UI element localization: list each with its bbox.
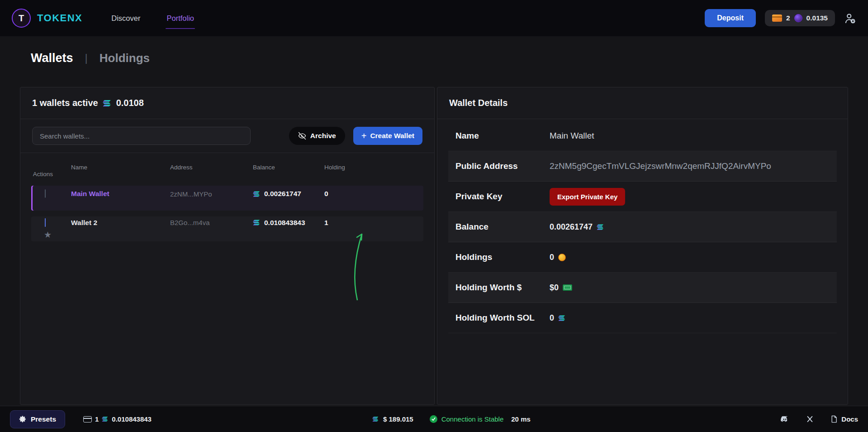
wallet-balance: 0.010843843 — [264, 219, 305, 227]
detail-row-balance: Balance 0.00261747 — [448, 212, 837, 242]
table-header: Name Address Balance Holding Actions — [31, 157, 423, 186]
wallet-checkbox[interactable] — [45, 218, 46, 227]
latency-value: 20 ms — [511, 415, 531, 423]
detail-value: 2zNM5g9CgecTmVLGJejzswrMnw2qemRJJfQ2Airv… — [550, 161, 771, 171]
tab-wallets[interactable]: Wallets — [31, 51, 73, 65]
wallets-summary: 1 wallets active — [32, 98, 98, 108]
x-twitter-icon[interactable] — [806, 415, 814, 423]
archive-button[interactable]: Archive — [289, 127, 345, 145]
deposit-button[interactable]: Deposit — [705, 9, 756, 27]
sol-icon — [103, 99, 112, 108]
money-bill-icon — [563, 284, 572, 291]
wallet-address: B2Go...m4va — [170, 219, 253, 226]
star-icon[interactable]: ★ — [44, 231, 52, 239]
wallets-panel: 1 wallets active 0.0108 Archive + Create… — [20, 87, 435, 405]
detail-label: Holdings — [455, 251, 537, 263]
archive-label: Archive — [310, 132, 336, 140]
detail-label: Balance — [455, 221, 537, 233]
detail-value: 0 — [550, 313, 554, 323]
export-private-key-button[interactable]: Export Private Key — [550, 188, 625, 206]
detail-row-private-key: Private Key Export Private Key — [448, 182, 837, 212]
eye-slash-icon — [298, 132, 306, 140]
wallet-details-panel: Wallet Details Name Main Wallet Public A… — [437, 87, 848, 405]
wallet-holding: 1 — [324, 219, 423, 227]
detail-value: 0 — [550, 253, 554, 262]
docs-link[interactable]: Docs — [830, 415, 858, 423]
col-balance: Balance — [253, 164, 324, 171]
details-title: Wallet Details — [449, 98, 508, 108]
wallet-name: Main Wallet — [71, 190, 170, 198]
brand-title: TOKENX — [37, 12, 82, 24]
detail-row-holding-worth-sol: Holding Worth SOL 0 — [448, 303, 837, 333]
col-address: Address — [170, 164, 253, 171]
main-content: 1 wallets active 0.0108 Archive + Create… — [20, 87, 848, 405]
search-input[interactable] — [32, 127, 251, 145]
presets-label: Presets — [31, 415, 56, 423]
detail-label: Name — [455, 130, 537, 142]
detail-row-holding-worth-usd: Holding Worth $ $0 — [448, 273, 837, 303]
tab-holdings[interactable]: Holdings — [100, 51, 150, 65]
gear-icon — [19, 415, 27, 423]
sol-icon — [102, 416, 109, 422]
logo-letter: T — [19, 13, 24, 24]
wallets-table: Name Address Balance Holding Actions Mai… — [20, 153, 434, 241]
detail-label: Public Address — [455, 160, 537, 172]
wallet-balance: 0.0135 — [806, 14, 828, 22]
person-gear-icon — [844, 12, 856, 24]
wallets-summary-balance: 0.0108 — [116, 98, 144, 108]
nav-item-discover[interactable]: Discover — [110, 11, 141, 25]
wallet-row-2[interactable]: Wallet 2 B2Go...m4va 0.010843843 1 — [31, 216, 423, 241]
sol-icon — [253, 219, 261, 226]
statusbar-wallet-summary: 1 0.010843843 — [83, 415, 152, 423]
detail-label: Holding Worth $ — [455, 282, 537, 293]
col-actions: Actions — [31, 171, 71, 178]
detail-label: Holding Worth SOL — [455, 312, 537, 324]
connection-status: Connection is Stable 20 ms — [430, 415, 531, 423]
col-name: Name — [71, 164, 170, 171]
wallet-name: Wallet 2 — [71, 219, 170, 227]
statusbar: Presets 1 0.010843843 $ 189.015 Connecti… — [0, 406, 868, 432]
wallet-balance-pill[interactable]: 2 0.0135 — [765, 10, 835, 26]
document-icon — [830, 415, 838, 423]
discord-icon[interactable] — [780, 414, 790, 424]
nav-item-portfolio[interactable]: Portfolio — [166, 11, 195, 25]
detail-value: 0.00261747 — [550, 222, 593, 232]
detail-row-name: Name Main Wallet — [448, 121, 837, 151]
main-nav: Discover Portfolio — [110, 11, 195, 25]
card-icon — [83, 416, 92, 422]
wallet-count: 2 — [786, 14, 790, 22]
detail-value: Main Wallet — [550, 131, 594, 141]
wallet-address: 2zNM...MYPo — [170, 190, 253, 198]
sol-icon — [372, 416, 379, 422]
tab-separator: | — [85, 52, 88, 64]
card-icon — [772, 14, 782, 22]
navbar: T TOKENX Discover Portfolio Deposit 2 0.… — [0, 0, 868, 36]
sol-price: $ 189.015 — [372, 415, 413, 423]
detail-value: $0 — [550, 283, 559, 293]
create-wallet-label: Create Wallet — [370, 132, 414, 140]
app-logo: T — [12, 9, 31, 28]
col-holding: Holding — [324, 164, 423, 171]
sol-icon — [558, 314, 566, 322]
sol-icon — [597, 223, 604, 231]
account-button[interactable] — [844, 12, 856, 24]
wallet-row-main[interactable]: Main Wallet 2zNM...MYPo 0.00261747 0 — [31, 186, 423, 211]
detail-label: Private Key — [455, 191, 537, 202]
detail-row-public-address: Public Address 2zNM5g9CgecTmVLGJejzswrMn… — [448, 151, 837, 182]
connection-status-text: Connection is Stable — [441, 415, 504, 423]
wallet-holding: 0 — [324, 190, 423, 198]
plus-icon: + — [361, 131, 367, 140]
check-circle-icon — [430, 415, 437, 423]
create-wallet-button[interactable]: + Create Wallet — [353, 127, 422, 145]
statusbar-wallet-count: 1 — [95, 415, 99, 423]
docs-label: Docs — [841, 415, 858, 423]
presets-button[interactable]: Presets — [10, 410, 65, 428]
detail-row-holdings: Holdings 0 — [448, 242, 837, 273]
purple-coin-icon — [794, 14, 802, 22]
coin-icon — [558, 254, 566, 261]
statusbar-wallet-balance: 0.010843843 — [112, 415, 152, 423]
sol-price-value: $ 189.015 — [383, 415, 413, 423]
wallet-checkbox[interactable] — [45, 189, 46, 198]
wallet-balance: 0.00261747 — [264, 190, 301, 198]
page-tabs: Wallets | Holdings — [31, 50, 868, 66]
